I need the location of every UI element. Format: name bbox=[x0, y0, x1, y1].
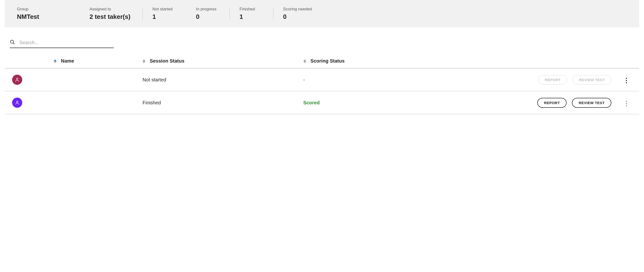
summary-scoring-needed-value: 0 bbox=[283, 13, 312, 20]
cell-scoring-status: Scored bbox=[301, 91, 462, 114]
header-session-status[interactable]: Session Status bbox=[150, 58, 184, 64]
table-row: Not started - REPORT REVIEW TEST bbox=[5, 68, 639, 91]
review-test-button[interactable]: REVIEW TEST bbox=[572, 98, 611, 108]
sort-icon[interactable] bbox=[54, 59, 56, 63]
results-table: Name Session Status Scoring Status bbox=[5, 55, 639, 114]
avatar bbox=[12, 98, 22, 108]
summary-finished: Finished 1 bbox=[230, 7, 273, 20]
kebab-menu-icon[interactable] bbox=[624, 76, 628, 85]
search-bar[interactable] bbox=[10, 39, 114, 48]
summary-group: Group NMTest bbox=[17, 7, 90, 20]
header-name[interactable]: Name bbox=[61, 58, 74, 64]
summary-finished-value: 1 bbox=[240, 13, 264, 20]
summary-in-progress: In progress 0 bbox=[186, 7, 230, 20]
sort-icon[interactable] bbox=[303, 59, 306, 63]
summary-not-started: Not started 1 bbox=[143, 7, 186, 20]
cell-session-status: Not started bbox=[140, 68, 301, 91]
svg-line-1 bbox=[13, 43, 14, 44]
kebab-menu-icon[interactable] bbox=[624, 99, 628, 108]
summary-assigned: Assigned to 2 test taker(s) bbox=[90, 7, 143, 20]
summary-assigned-label: Assigned to bbox=[90, 7, 133, 11]
summary-not-started-label: Not started bbox=[152, 7, 176, 11]
summary-in-progress-value: 0 bbox=[196, 13, 220, 20]
summary-not-started-value: 1 bbox=[152, 13, 176, 20]
sort-icon[interactable] bbox=[142, 59, 146, 63]
summary-finished-label: Finished bbox=[240, 7, 264, 11]
cell-session-status: Finished bbox=[140, 91, 301, 114]
svg-point-2 bbox=[16, 78, 18, 80]
summary-group-value: NMTest bbox=[17, 13, 80, 20]
header-scoring-status[interactable]: Scoring Status bbox=[310, 58, 344, 64]
summary-scoring-needed: Scoring needed 0 bbox=[273, 7, 322, 20]
summary-bar: Group NMTest Assigned to 2 test taker(s)… bbox=[5, 0, 639, 27]
search-icon bbox=[10, 39, 15, 46]
summary-scoring-needed-label: Scoring needed bbox=[283, 7, 312, 11]
cell-scoring-status: - bbox=[301, 68, 462, 91]
review-test-button: REVIEW TEST bbox=[572, 75, 611, 85]
summary-group-label: Group bbox=[17, 7, 80, 11]
report-button[interactable]: REPORT bbox=[537, 98, 567, 108]
cell-name bbox=[51, 68, 140, 91]
cell-name bbox=[51, 91, 140, 114]
summary-assigned-value: 2 test taker(s) bbox=[90, 13, 133, 20]
search-input[interactable] bbox=[19, 40, 114, 45]
svg-point-3 bbox=[16, 101, 18, 103]
table-row: Finished Scored REPORT REVIEW TEST bbox=[5, 91, 639, 114]
summary-in-progress-label: In progress bbox=[196, 7, 220, 11]
avatar bbox=[12, 75, 22, 85]
report-button: REPORT bbox=[538, 75, 567, 85]
